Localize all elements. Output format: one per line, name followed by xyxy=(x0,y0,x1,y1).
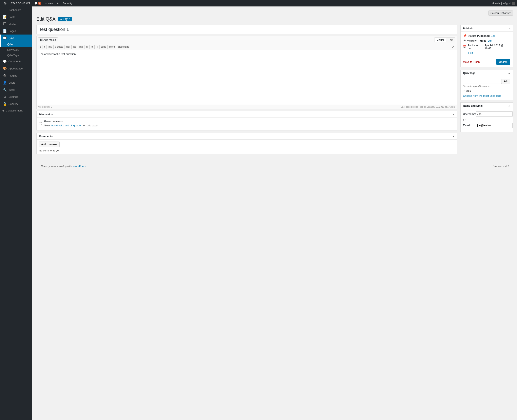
username-label: Username: xyxy=(463,112,474,115)
sidebar-subitem-qna[interactable]: Q&A xyxy=(0,42,32,47)
page-header: Edit Q&A New Q&A xyxy=(36,16,513,22)
allow-comments-row: Allow comments. xyxy=(39,120,455,123)
adminbar-new[interactable]: + New xyxy=(44,0,54,7)
post-title-input[interactable] xyxy=(36,25,457,34)
trackbacks-link[interactable]: trackbacks and pingbacks xyxy=(51,124,82,127)
comments-box-content: Add comment No comments yet. xyxy=(37,140,457,154)
footer: Thank you for creating with WordPress. V… xyxy=(36,161,513,172)
tags-collapse-arrow: ▲ xyxy=(508,72,510,75)
publish-box: Publish ▲ 📌 Status: Published Edit xyxy=(460,25,513,67)
tab-visual[interactable]: Visual xyxy=(434,37,446,42)
email-input[interactable] xyxy=(476,123,513,128)
comments-icon: 💬 xyxy=(3,60,7,63)
bold-button[interactable]: b xyxy=(38,45,42,49)
main-content: Screen Options ▾ Edit Q&A New Q&A xyxy=(32,7,517,420)
media-icon: 🎞 xyxy=(3,22,7,26)
close-tags-button[interactable]: close tags xyxy=(117,45,130,49)
publish-box-header[interactable]: Publish ▲ xyxy=(461,25,513,32)
add-comment-button[interactable]: Add comment xyxy=(39,142,60,147)
sidebar-subitem-qna-tags[interactable]: Q&A Tags xyxy=(0,52,32,58)
new-qna-button[interactable]: New Q&A xyxy=(58,17,72,21)
published-on-row: 📅 Published on: Apr 24, 2015 @ 10:46 xyxy=(463,44,510,50)
adminbar-security[interactable]: Security xyxy=(61,0,74,7)
status-icon: 📌 xyxy=(463,34,466,37)
sidebar: ⊞ Dashboard 📝 Posts 🎞 Media 📄 Pages 💬 Q&… xyxy=(0,7,32,420)
username-input[interactable] xyxy=(476,112,513,117)
allow-trackbacks-checkbox[interactable] xyxy=(39,124,42,127)
sidebar-item-settings[interactable]: ⚙ Settings xyxy=(0,93,32,100)
sidebar-item-qna[interactable]: 💬 Q&A xyxy=(0,35,32,42)
update-button[interactable]: Update xyxy=(496,59,510,65)
tag-remove-icon[interactable]: ✕ xyxy=(463,89,465,92)
visibility-icon: 👁 xyxy=(463,39,466,42)
sidebar-item-tools[interactable]: 🔧 Tools xyxy=(0,86,32,93)
tools-icon: 🔧 xyxy=(3,88,7,92)
code-button[interactable]: code xyxy=(100,45,108,49)
comments-box-header[interactable]: Comments ▲ xyxy=(37,133,457,140)
collapse-menu[interactable]: ◀ Collapse menu xyxy=(0,107,32,114)
tags-input[interactable] xyxy=(463,79,500,84)
email-label: E-mail: xyxy=(463,124,474,127)
expand-icon[interactable]: ⤢ xyxy=(450,45,455,49)
bquote-button[interactable]: b-quote xyxy=(53,45,64,49)
publish-box-content: 📌 Status: Published Edit 👁 Visibility: P… xyxy=(461,32,513,67)
link-button[interactable]: link xyxy=(46,45,53,49)
visibility-edit-link[interactable]: Edit xyxy=(487,39,492,42)
wordpress-link[interactable]: WordPress. xyxy=(73,165,86,168)
posts-icon: 📝 xyxy=(3,15,7,19)
published-on-edit-link[interactable]: Edit xyxy=(468,52,473,54)
discussion-box-header[interactable]: Discussion ▲ xyxy=(37,111,457,118)
sidebar-item-appearance[interactable]: 🎨 Appearance xyxy=(0,65,32,72)
ins-button[interactable]: ins xyxy=(71,45,77,49)
sidebar-item-posts[interactable]: 📝 Posts xyxy=(0,14,32,21)
admin-bar: ⊛ STARCOMS WP 💬 0 + New A Security Howdy… xyxy=(0,0,517,7)
ol-button[interactable]: ol xyxy=(90,45,95,49)
choose-tags-link[interactable]: Choose from the most used tags xyxy=(463,94,510,97)
tags-input-row: Add xyxy=(463,79,510,84)
editor-area: 🖼 Add Media Visual Text b i link xyxy=(36,25,457,157)
more-button[interactable]: more xyxy=(108,45,116,49)
ul-button[interactable]: ul xyxy=(85,45,90,49)
tags-box-header[interactable]: Q&A Tags ▲ xyxy=(461,70,513,76)
sidebar-item-security[interactable]: 🔒 Security xyxy=(0,100,32,107)
discussion-box: Discussion ▲ Allow comments. Allow xyxy=(36,111,457,130)
calendar-icon: 📅 xyxy=(463,45,466,48)
del-button[interactable]: del xyxy=(65,45,71,49)
name-email-box-header[interactable]: Name and Email ▲ xyxy=(461,103,513,109)
allow-comments-label: Allow comments. xyxy=(43,120,63,123)
adminbar-comments[interactable]: 💬 0 xyxy=(33,0,43,7)
tags-add-button[interactable]: Add xyxy=(501,79,510,84)
sidebar-subitem-new-qna[interactable]: New Q&A xyxy=(0,47,32,52)
li-button[interactable]: li xyxy=(95,45,99,49)
editor-toolbar-buttons: b i link b-quote del ins img ul ol li co… xyxy=(37,44,457,50)
discussion-box-content: Allow comments. Allow trackbacks and pin… xyxy=(37,118,457,130)
publish-collapse-arrow: ▲ xyxy=(508,27,510,30)
publish-actions: Move to Trash Update xyxy=(463,57,510,65)
sidebar-item-comments[interactable]: 💬 Comments xyxy=(0,58,32,65)
sidebar-item-dashboard[interactable]: ⊞ Dashboard xyxy=(0,7,32,14)
editor-content[interactable]: The answer to the test question. xyxy=(37,50,457,105)
comments-box: Comments ▲ Add comment No comments yet. xyxy=(36,133,457,154)
tags-list: ✕ tag1 xyxy=(463,89,510,93)
sidebar-item-media[interactable]: 🎞 Media xyxy=(0,21,32,28)
adminbar-site-name[interactable]: STARCOMS WP xyxy=(9,0,32,7)
visibility-label: Visibility: xyxy=(467,39,477,42)
sidebar-item-plugins[interactable]: 🔌 Plugins xyxy=(0,72,32,79)
status-edit-link[interactable]: Edit xyxy=(491,34,495,37)
sidebar-item-pages[interactable]: 📄 Pages xyxy=(0,28,32,35)
move-to-trash-link[interactable]: Move to Trash xyxy=(463,60,480,63)
italic-button[interactable]: i xyxy=(43,45,46,49)
editor-footer: Word count: 6 Last edited by jon4god on … xyxy=(37,105,457,109)
adminbar-wp-logo[interactable]: ⊛ xyxy=(2,0,8,7)
add-media-button[interactable]: 🖼 Add Media xyxy=(38,37,58,42)
security-icon: 🔒 xyxy=(3,102,7,106)
status-value: Published xyxy=(477,34,489,37)
adminbar-howdy[interactable]: Howdy, jon4god xyxy=(492,2,515,5)
tab-text[interactable]: Text xyxy=(446,37,455,42)
sidebar-item-users[interactable]: 👤 Users xyxy=(0,79,32,86)
adminbar-a[interactable]: A xyxy=(55,0,60,7)
img-button[interactable]: img xyxy=(78,45,84,49)
screen-options-button[interactable]: Screen Options ▾ xyxy=(488,10,513,15)
editor-tabs: Visual Text xyxy=(434,37,455,42)
allow-comments-checkbox[interactable] xyxy=(39,120,42,123)
